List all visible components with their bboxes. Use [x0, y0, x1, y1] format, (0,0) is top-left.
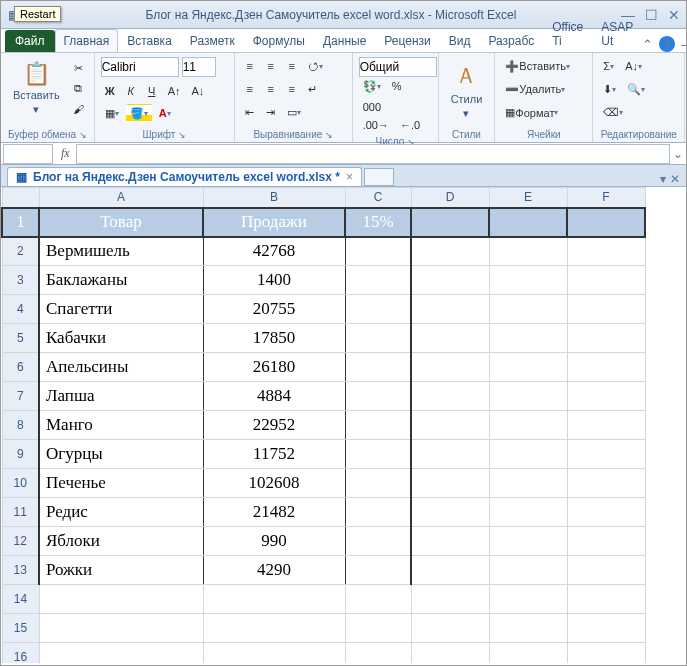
cell[interactable]: 26180 [203, 353, 345, 382]
cell[interactable] [567, 237, 645, 266]
name-box[interactable] [3, 144, 53, 164]
cell[interactable] [567, 353, 645, 382]
col-header-F[interactable]: F [567, 188, 645, 208]
cell[interactable] [411, 643, 489, 664]
align-left-button[interactable]: ≡ [241, 80, 259, 98]
tab-home[interactable]: Главная [55, 29, 119, 52]
paste-button[interactable]: 📋 Вставить ▾ [7, 57, 66, 120]
cell[interactable] [489, 498, 567, 527]
cell[interactable]: 22952 [203, 411, 345, 440]
cell[interactable] [489, 237, 567, 266]
cell[interactable] [345, 585, 411, 614]
align-right-button[interactable]: ≡ [283, 80, 301, 98]
cell[interactable] [345, 556, 411, 585]
fill-color-button[interactable]: 🪣 [126, 104, 152, 122]
delete-cells-button[interactable]: ➖ Удалить [501, 80, 569, 98]
cell[interactable] [345, 643, 411, 664]
row-header[interactable]: 8 [2, 411, 39, 440]
cell[interactable] [411, 266, 489, 295]
accounting-format-button[interactable]: 💱 [359, 77, 385, 95]
cell[interactable] [411, 208, 489, 237]
row-header[interactable]: 12 [2, 527, 39, 556]
cell[interactable] [567, 324, 645, 353]
cell[interactable] [345, 237, 411, 266]
cell[interactable] [411, 411, 489, 440]
workbook-tab-close-icon[interactable]: × [346, 170, 353, 184]
cell[interactable] [411, 585, 489, 614]
cell[interactable] [567, 411, 645, 440]
col-header-D[interactable]: D [411, 188, 489, 208]
border-button[interactable]: ▦ [101, 104, 123, 122]
cell[interactable] [345, 382, 411, 411]
cell[interactable]: Баклажаны [39, 266, 203, 295]
cell[interactable] [345, 469, 411, 498]
row-header[interactable]: 13 [2, 556, 39, 585]
workbook-tab-new[interactable] [364, 168, 394, 186]
cell[interactable] [489, 469, 567, 498]
comma-button[interactable]: 000 [359, 98, 385, 116]
cell[interactable]: Печенье [39, 469, 203, 498]
align-top-button[interactable]: ≡ [241, 57, 259, 75]
data-header-cell[interactable]: Продажи [203, 208, 345, 237]
cell[interactable] [411, 237, 489, 266]
find-select-button[interactable]: 🔍 [623, 80, 649, 98]
cell[interactable]: Апельсины [39, 353, 203, 382]
align-bottom-button[interactable]: ≡ [283, 57, 301, 75]
col-header-C[interactable]: C [345, 188, 411, 208]
number-format-select[interactable] [359, 57, 437, 77]
cell[interactable] [345, 527, 411, 556]
cell[interactable] [567, 266, 645, 295]
increase-indent-button[interactable]: ⇥ [262, 104, 280, 122]
cell[interactable]: Вермишель [39, 237, 203, 266]
file-tab[interactable]: Файл [5, 30, 55, 52]
fx-icon[interactable]: fx [55, 146, 76, 161]
cell[interactable] [411, 556, 489, 585]
cell[interactable] [567, 208, 645, 237]
cell[interactable] [345, 498, 411, 527]
cell[interactable]: Спагетти [39, 295, 203, 324]
cell[interactable]: Огурцы [39, 440, 203, 469]
cell[interactable] [39, 585, 203, 614]
cell[interactable] [39, 614, 203, 643]
cell[interactable] [489, 324, 567, 353]
cell[interactable]: 42768 [203, 237, 345, 266]
cell[interactable] [567, 498, 645, 527]
cell[interactable]: Манго [39, 411, 203, 440]
col-header-B[interactable]: B [203, 188, 345, 208]
col-header-A[interactable]: A [39, 188, 203, 208]
cell[interactable] [489, 353, 567, 382]
workbook-tab-active[interactable]: ▦ Блог на Яндекс.Дзен Самоучитель excel … [7, 167, 362, 186]
cell[interactable]: Кабачки [39, 324, 203, 353]
cell[interactable] [489, 614, 567, 643]
tab-insert[interactable]: Вставка [118, 29, 181, 52]
cell[interactable] [345, 324, 411, 353]
row-header[interactable]: 6 [2, 353, 39, 382]
tab-officetab[interactable]: Office Ti [543, 15, 592, 52]
worksheet-grid[interactable]: A B C D E F 1ТоварПродажи15%2Вермишель42… [1, 187, 686, 663]
cell[interactable] [489, 411, 567, 440]
clear-button[interactable]: ⌫ [599, 104, 627, 122]
cell[interactable] [411, 614, 489, 643]
col-header-E[interactable]: E [489, 188, 567, 208]
decrease-decimal-button[interactable]: ←.0 [396, 116, 424, 134]
merge-button[interactable]: ▭ [283, 104, 305, 122]
cell[interactable]: 20755 [203, 295, 345, 324]
cell[interactable] [345, 614, 411, 643]
format-painter-button[interactable]: 🖌 [69, 100, 88, 118]
tab-pagelayout[interactable]: Разметк [181, 29, 244, 52]
cell[interactable] [567, 382, 645, 411]
cell[interactable] [345, 266, 411, 295]
cell[interactable] [489, 295, 567, 324]
workbook-tab-close-all-icon[interactable]: ✕ [670, 172, 680, 186]
cell[interactable]: Яблоки [39, 527, 203, 556]
cell[interactable] [567, 643, 645, 664]
select-all-corner[interactable] [2, 188, 39, 208]
italic-button[interactable]: К [122, 82, 140, 100]
row-header[interactable]: 5 [2, 324, 39, 353]
cell[interactable]: Рожки [39, 556, 203, 585]
cell[interactable] [489, 585, 567, 614]
font-name-select[interactable] [101, 57, 179, 77]
cell[interactable]: 102608 [203, 469, 345, 498]
tab-data[interactable]: Данные [314, 29, 375, 52]
cell[interactable] [489, 643, 567, 664]
